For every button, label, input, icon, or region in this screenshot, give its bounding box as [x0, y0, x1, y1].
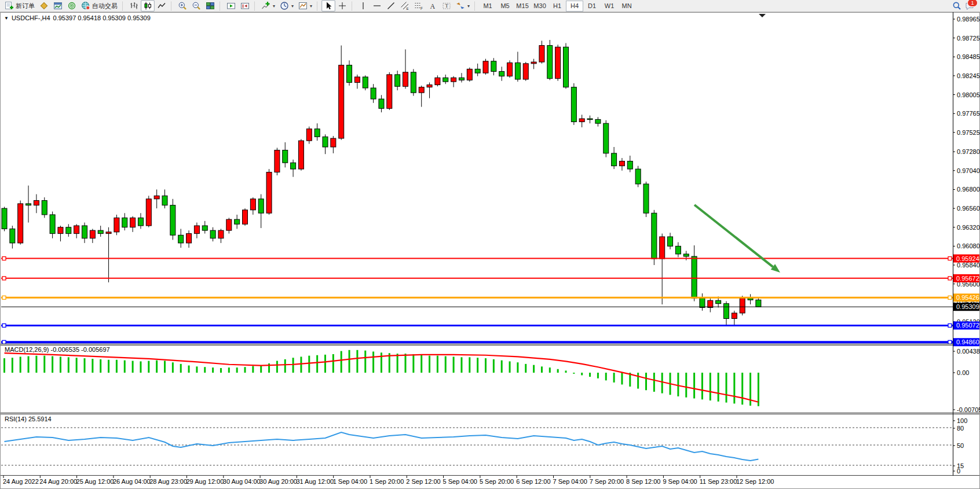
- text-button[interactable]: A: [426, 0, 440, 12]
- signals-button[interactable]: [65, 0, 79, 12]
- auto-scroll-button[interactable]: [224, 0, 238, 12]
- vertical-line-button[interactable]: [356, 0, 370, 12]
- timeframe-toolbar: M1M5M15M30H1H4D1W1MN: [479, 1, 635, 12]
- timeframe-M15-button[interactable]: M15: [514, 1, 531, 12]
- auto-scroll-icon: [226, 1, 236, 10]
- price-tick-label: 0.97040: [957, 167, 980, 174]
- line-handle[interactable]: [2, 340, 6, 344]
- line-handle[interactable]: [2, 323, 6, 327]
- macd-axis-label: 0.004387: [957, 348, 980, 355]
- chart-window-button[interactable]: [51, 0, 65, 12]
- timeframe-M1-button[interactable]: M1: [479, 1, 496, 12]
- search-icon[interactable]: [952, 1, 961, 10]
- candle-body: [443, 78, 448, 82]
- candle-body: [331, 138, 336, 147]
- candle-body: [34, 200, 39, 205]
- chevron-down-icon[interactable]: ▾: [291, 3, 294, 9]
- candle-body: [146, 199, 151, 226]
- line-handle[interactable]: [948, 257, 952, 260]
- notifications-button[interactable]: 1: [965, 1, 974, 10]
- timeframe-MN-button[interactable]: MN: [618, 1, 635, 12]
- line-chart-type-button[interactable]: [155, 0, 169, 12]
- candle-body: [291, 163, 296, 169]
- candle-body: [716, 300, 721, 303]
- candle-body: [235, 219, 240, 224]
- candle-body: [306, 129, 312, 141]
- macd-axis-label: -0.007055: [957, 406, 980, 413]
- indicators-button[interactable]: ▾: [259, 0, 277, 12]
- bar-chart-type-button[interactable]: [127, 0, 141, 12]
- time-axis-label: 7 Sep 04:00: [553, 478, 587, 485]
- candle-body: [595, 119, 601, 123]
- text-label-button[interactable]: T: [440, 0, 454, 12]
- line-handle[interactable]: [2, 277, 6, 280]
- time-axis-label: 8 Sep 12:00: [626, 478, 660, 485]
- line-handle[interactable]: [948, 277, 952, 280]
- crosshair-button[interactable]: [335, 0, 349, 12]
- timeframe-M30-button[interactable]: M30: [531, 1, 548, 12]
- notification-badge: 1: [967, 0, 978, 7]
- time-axis-label: 1 Sep 04:00: [333, 478, 367, 485]
- chevron-down-icon[interactable]: ▾: [310, 3, 312, 9]
- candle-body: [700, 298, 705, 307]
- price-badge-label: 0.94860: [956, 339, 979, 345]
- candle-body: [354, 77, 360, 83]
- line-handle[interactable]: [948, 323, 952, 327]
- zoom-in-button[interactable]: [175, 0, 189, 12]
- candle-body: [250, 199, 255, 210]
- candle-body: [491, 61, 496, 72]
- line-handle[interactable]: [2, 257, 6, 260]
- chart-shift-button[interactable]: [238, 0, 252, 12]
- collapse-triangle-icon[interactable]: ▼: [4, 16, 9, 21]
- timeframe-H4-button[interactable]: H4: [566, 1, 583, 12]
- trendline-button[interactable]: [384, 0, 398, 12]
- candle-body: [411, 72, 416, 93]
- timeframe-H1-button[interactable]: H1: [548, 1, 566, 12]
- arrows-button[interactable]: ▾: [454, 0, 472, 12]
- candle-body: [18, 204, 23, 243]
- cursor-button[interactable]: [321, 0, 335, 12]
- candle-body: [275, 150, 280, 172]
- candle-body: [483, 61, 488, 73]
- market-watch-button[interactable]: [37, 0, 51, 12]
- candle-body: [130, 218, 136, 227]
- gold-diamond-icon: [39, 1, 49, 10]
- time-axis-label: 24 Aug 2022: [3, 478, 39, 485]
- timeframe-D1-button[interactable]: D1: [583, 1, 601, 12]
- candlestick-type-button[interactable]: [141, 0, 155, 12]
- chevron-down-icon[interactable]: ▾: [467, 3, 470, 9]
- candle-body: [194, 226, 199, 234]
- bar-chart-icon: [129, 1, 138, 10]
- new-order-button[interactable]: 新订单: [2, 0, 37, 12]
- templates-button[interactable]: ▾: [296, 0, 315, 12]
- tile-windows-button[interactable]: [203, 0, 217, 12]
- chevron-down-icon[interactable]: ▾: [273, 3, 275, 9]
- candle-body: [154, 196, 159, 198]
- auto-trading-button[interactable]: 自动交易: [79, 0, 120, 12]
- template-icon: [298, 1, 308, 10]
- candle-body: [612, 153, 617, 166]
- line-handle[interactable]: [948, 296, 952, 299]
- candle-body: [627, 161, 632, 169]
- time-axis-label: 25 Aug 12:00: [76, 478, 114, 485]
- line-handle[interactable]: [2, 296, 6, 299]
- channel-button[interactable]: E: [398, 0, 412, 12]
- rsi-axis-label: 0: [957, 468, 960, 475]
- main-toolbar: 新订单 自动交易: [0, 0, 980, 12]
- text-label-icon: T: [442, 1, 451, 10]
- timeframe-W1-button[interactable]: W1: [601, 1, 618, 12]
- fibonacci-button[interactable]: F: [412, 0, 426, 12]
- periods-button[interactable]: ▾: [277, 0, 296, 12]
- horizontal-line-icon: [372, 1, 382, 10]
- line-handle[interactable]: [948, 340, 952, 344]
- candle-body: [395, 75, 400, 86]
- candle-body: [98, 230, 103, 233]
- toolbar-separator: [220, 2, 222, 10]
- zoom-out-button[interactable]: [189, 0, 203, 12]
- timeframe-M5-button[interactable]: M5: [496, 1, 514, 12]
- horizontal-line-button[interactable]: [370, 0, 384, 12]
- toolbar-separator: [254, 2, 257, 10]
- candle-body: [523, 64, 528, 79]
- rsi-axis-label: 80: [957, 425, 964, 432]
- chart-canvas[interactable]: 0.989650.987250.984850.982450.980050.977…: [0, 0, 980, 489]
